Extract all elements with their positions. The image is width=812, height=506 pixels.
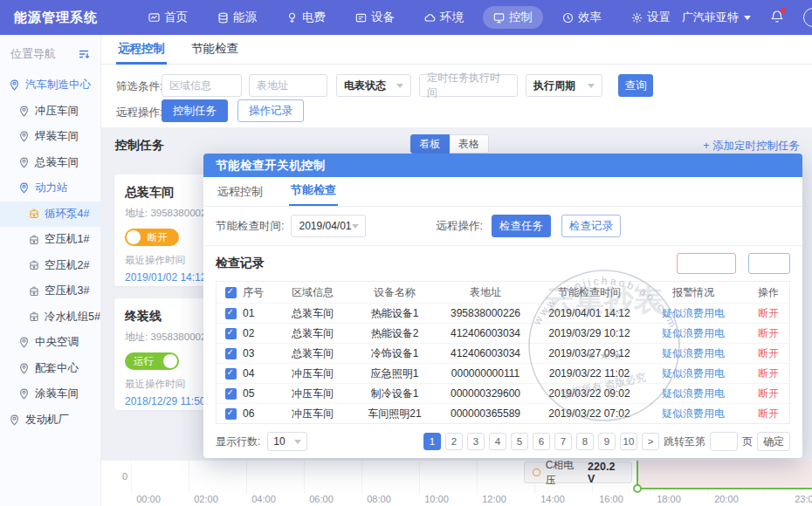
modal-tab-remote-control[interactable]: 远程控制 (216, 178, 265, 206)
col-header: 报警情况 (644, 285, 742, 300)
sidebar-item-air-compressor-2[interactable]: 空压机2# (0, 253, 100, 279)
search-button[interactable]: 查询 (618, 74, 653, 97)
sidebar-item-chiller-5[interactable]: 冷水机组5# (0, 304, 100, 331)
tab-remote-control[interactable]: 远程控制 (116, 35, 167, 65)
nav-item-control[interactable]: 控制 (483, 6, 543, 29)
col-header: 序号 (243, 285, 264, 300)
alarm-link[interactable]: 疑似浪费用电 (662, 307, 725, 319)
tree-label: 冲压车间 (35, 104, 79, 119)
operation-record-button[interactable]: 操作记录 (237, 99, 304, 122)
disconnect-action[interactable]: 断开 (758, 367, 779, 380)
sidebar-item-circulating-pump-4[interactable]: 循环泵4# (0, 202, 100, 228)
tab-energy-inspection[interactable]: 节能检查 (189, 35, 240, 65)
control-icon (493, 12, 505, 24)
table-view-button[interactable]: 表格 (450, 134, 489, 154)
nav-item-energy[interactable]: 能源 (207, 6, 267, 29)
cell-meter: 000000365589 (437, 407, 534, 420)
notification-bell[interactable] (770, 10, 784, 26)
period-select[interactable]: 执行周期 (526, 74, 602, 97)
x-tick: 10:00 (424, 494, 449, 504)
meter-status-select[interactable]: 电表状态 (336, 74, 411, 97)
row-checkbox[interactable] (225, 308, 237, 319)
sidebar-item-support-center[interactable]: 配套中心 (0, 356, 100, 382)
page-button[interactable]: 9 (598, 433, 616, 450)
add-scheduled-task-link[interactable]: + 添加定时控制任务 (703, 139, 800, 154)
disconnect-action[interactable]: 断开 (758, 407, 779, 420)
power-toggle-on[interactable]: 运行 (125, 352, 179, 370)
page-button[interactable]: 4 (489, 433, 506, 450)
chevron-down-icon (294, 440, 301, 444)
energy-icon (217, 12, 229, 24)
cell-meter: 412406003034 (437, 347, 534, 359)
page-button[interactable]: 10 (620, 433, 637, 450)
row-checkbox[interactable] (225, 368, 237, 380)
row-checkbox[interactable] (225, 348, 237, 359)
modal-tab-energy-inspection[interactable]: 节能检查 (289, 176, 338, 206)
next-page-button[interactable]: > (642, 433, 659, 450)
user-avatar-icon[interactable] (803, 8, 812, 27)
inspection-task-button[interactable]: 检查任务 (492, 215, 551, 237)
row-checkbox[interactable] (225, 328, 237, 339)
inspection-date-select[interactable]: 2019/04/01 (291, 215, 366, 237)
nav-item-efficiency[interactable]: 效率 (552, 6, 612, 29)
area-info-input[interactable]: 区域信息 (162, 74, 242, 97)
sidebar-item-power-station[interactable]: 动力站 (0, 175, 100, 202)
sidebar-item-stamping[interactable]: 冲压车间 (0, 99, 100, 125)
control-task-button[interactable]: 控制任务 (162, 99, 228, 122)
disconnect-action[interactable]: 断开 (758, 307, 779, 319)
board-view-button[interactable]: 看板 (410, 134, 450, 154)
select-all-checkbox[interactable] (225, 287, 237, 298)
sidebar-header: 位置导航 (0, 35, 100, 71)
meter-address-input[interactable]: 表地址 (249, 74, 327, 97)
sidebar-item-hvac[interactable]: 中央空调 (0, 330, 100, 356)
location-pin-icon (18, 388, 30, 400)
batch-disconnect-button[interactable] (677, 253, 736, 274)
disconnect-action[interactable]: 断开 (758, 347, 779, 359)
alarm-link[interactable]: 疑似浪费用电 (662, 327, 725, 339)
meter-device-icon (29, 235, 39, 245)
nav-item-settings[interactable]: 设置 (621, 6, 681, 29)
jump-page-input[interactable] (710, 432, 738, 451)
inspection-table: 序号 区域信息 设备名称 表地址 节能检查时间 报警情况 操作 01 总装车间 … (216, 281, 790, 424)
page-button[interactable]: 1 (423, 433, 441, 450)
modal-header[interactable]: 节能检查开关机控制 (203, 154, 802, 177)
nav-item-fee[interactable]: 电费 (276, 6, 336, 29)
cell-area: 冲压车间 (272, 407, 353, 421)
disconnect-action[interactable]: 断开 (758, 327, 779, 339)
inspection-record-button[interactable]: 检查记录 (561, 215, 621, 237)
chevron-down-icon (744, 16, 751, 20)
toggle-label: 运行 (134, 355, 154, 368)
sidebar-item-air-compressor-1[interactable]: 空压机1# (0, 227, 100, 253)
row-checkbox[interactable] (225, 388, 237, 400)
alarm-link[interactable]: 疑似浪费用电 (662, 387, 725, 400)
page-button[interactable]: 3 (467, 433, 485, 450)
power-toggle-off[interactable]: 断开 (125, 229, 179, 246)
sidebar-item-welding[interactable]: 焊装车间 (0, 124, 100, 150)
sidebar-item-engine-plant[interactable]: 发动机厂 (0, 407, 100, 434)
company-selector[interactable]: 广汽菲亚特 (682, 10, 751, 25)
sidebar-item-factory-center[interactable]: 汽车制造中心 (0, 72, 100, 99)
page-button[interactable]: 5 (511, 433, 528, 450)
alarm-link[interactable]: 疑似浪费用电 (662, 407, 725, 420)
disconnect-action[interactable]: 断开 (758, 387, 779, 400)
nav-item-home[interactable]: 首页 (138, 6, 198, 29)
export-button[interactable] (748, 253, 790, 274)
page-button[interactable]: 8 (576, 433, 594, 450)
alarm-link[interactable]: 疑似浪费用电 (662, 367, 725, 380)
row-checkbox[interactable] (225, 408, 237, 420)
main-tab-bar: 远程控制 节能检查 (101, 35, 812, 65)
sidebar-item-assembly[interactable]: 总装车间 (0, 150, 100, 176)
sidebar-item-painting[interactable]: 涂装车间 (0, 381, 100, 407)
alarm-link[interactable]: 疑似浪费用电 (662, 347, 725, 359)
page-button[interactable]: 2 (445, 433, 463, 450)
jump-confirm-button[interactable]: 确定 (757, 432, 790, 451)
nav-item-environment[interactable]: 环境 (414, 6, 474, 29)
sort-filter-icon[interactable] (78, 48, 90, 60)
rows-per-page-select[interactable]: 10 (267, 432, 307, 451)
page-button[interactable]: 7 (554, 433, 572, 450)
chevron-down-icon (396, 84, 403, 88)
page-button[interactable]: 6 (533, 433, 550, 450)
task-time-input[interactable]: 定时任务执行时间 (419, 74, 518, 97)
sidebar-item-air-compressor-3[interactable]: 空压机3# (0, 278, 100, 304)
nav-item-device[interactable]: 设备 (345, 6, 405, 29)
